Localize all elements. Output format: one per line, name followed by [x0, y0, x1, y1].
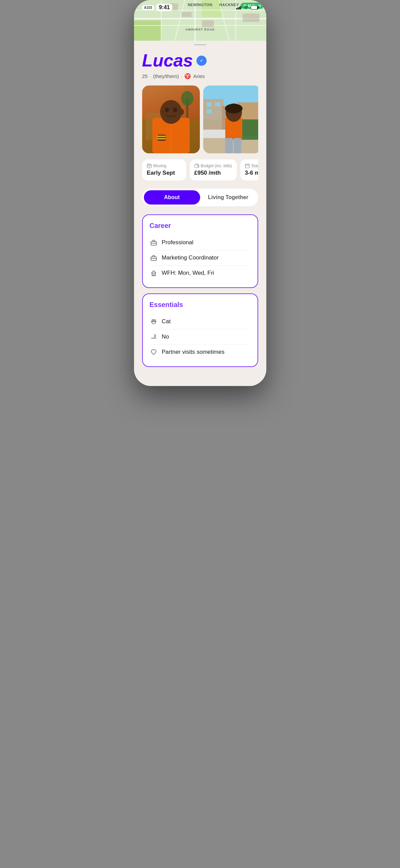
status-bar: A103 9:41 — [134, 0, 266, 15]
essentials-title: Essentials — [150, 301, 251, 309]
essentials-item-2: No — [150, 329, 251, 345]
photo-1[interactable] — [142, 85, 200, 153]
svg-rect-27 — [157, 135, 166, 141]
wallet-icon — [194, 163, 199, 168]
budget-value: £950 /mth — [194, 170, 232, 176]
map-area: NEWINGTON HACKNEY AMHURST ROAD Milfield … — [134, 0, 266, 41]
svg-point-23 — [160, 100, 182, 124]
svg-point-25 — [165, 108, 169, 112]
moving-label: Moving — [147, 163, 182, 168]
career-item-1: Professional — [150, 235, 251, 250]
career-role: Marketing Coordinator — [162, 254, 219, 261]
heart-icon — [150, 348, 158, 356]
svg-rect-41 — [225, 138, 233, 153]
svg-rect-34 — [207, 102, 212, 107]
career-title: Career — [150, 222, 251, 230]
name-row: Lucas — [142, 51, 258, 70]
profile-name: Lucas — [142, 51, 193, 70]
svg-rect-47 — [147, 164, 151, 168]
star-sign: Aries — [193, 73, 205, 79]
smoke-icon — [150, 333, 158, 341]
signal-icon — [236, 5, 241, 9]
map-label-amhurst: AMHURST ROAD — [186, 28, 215, 31]
career-item-3: WFH: Mon, Wed, Fri — [150, 266, 251, 281]
stay-card: Stay 3-6 months — [240, 159, 258, 180]
road-label: A103 — [142, 5, 154, 10]
essentials-section: Essentials Cat — [142, 293, 258, 367]
briefcase-icon-1 — [150, 238, 158, 247]
heart-calendar-icon — [147, 163, 152, 168]
stay-label: Stay — [245, 163, 258, 168]
verified-badge — [196, 56, 207, 66]
essentials-item-3: Partner visits sometimes — [150, 345, 251, 360]
info-cards: Moving Early Sept Budget (inc. bills) £9… — [142, 159, 258, 180]
svg-rect-35 — [215, 102, 220, 107]
essentials-smoking: No — [162, 333, 169, 340]
career-wfh: WFH: Mon, Wed, Fri — [162, 270, 214, 276]
svg-point-24 — [180, 109, 184, 115]
photo-2[interactable] — [203, 85, 258, 153]
phone-frame: NEWINGTON HACKNEY AMHURST ROAD Milfield … — [134, 0, 266, 386]
pronouns: (they/them) — [153, 73, 179, 79]
svg-rect-53 — [245, 164, 249, 168]
stay-value: 3-6 months — [245, 170, 258, 176]
svg-rect-1 — [134, 20, 161, 41]
home-icon — [150, 269, 158, 277]
svg-point-26 — [173, 108, 177, 112]
calendar-icon — [245, 163, 250, 168]
budget-card: Budget (inc. bills) £950 /mth — [190, 159, 237, 180]
wifi-icon — [243, 5, 249, 9]
moving-value: Early Sept — [147, 170, 182, 176]
status-icons — [236, 5, 258, 9]
svg-point-64 — [154, 320, 155, 321]
photos-row — [142, 85, 258, 153]
status-time: 9:41 — [156, 4, 172, 11]
svg-rect-42 — [234, 138, 241, 153]
star-sign-symbol: ♈ — [184, 73, 191, 79]
essentials-item-1: Cat — [150, 314, 251, 329]
battery-icon — [251, 5, 258, 9]
career-section: Career Professional — [142, 214, 258, 288]
svg-rect-28 — [157, 136, 166, 137]
svg-point-44 — [225, 104, 243, 113]
svg-point-20 — [181, 91, 193, 106]
svg-rect-29 — [157, 138, 166, 139]
svg-point-63 — [152, 320, 153, 321]
svg-rect-14 — [202, 20, 214, 27]
age: 25 — [142, 73, 148, 79]
profile-meta: 25 · (they/them) · ♈ Aries — [142, 73, 258, 79]
briefcase-icon-2 — [150, 254, 158, 262]
career-professional: Professional — [162, 239, 194, 246]
essentials-partner: Partner visits sometimes — [162, 349, 225, 355]
svg-rect-52 — [197, 166, 199, 167]
main-content: Lucas 25 · (they/them) · ♈ Aries — [134, 45, 266, 386]
paw-icon — [150, 317, 158, 326]
living-together-tab[interactable]: Living Together — [200, 190, 256, 205]
moving-card: Moving Early Sept — [142, 159, 186, 180]
career-item-2: Marketing Coordinator — [150, 250, 251, 266]
tab-selector: About Living Together — [142, 189, 258, 206]
svg-rect-36 — [207, 109, 212, 113]
essentials-cat: Cat — [162, 318, 171, 325]
about-tab[interactable]: About — [144, 190, 200, 205]
budget-label: Budget (inc. bills) — [194, 163, 232, 168]
